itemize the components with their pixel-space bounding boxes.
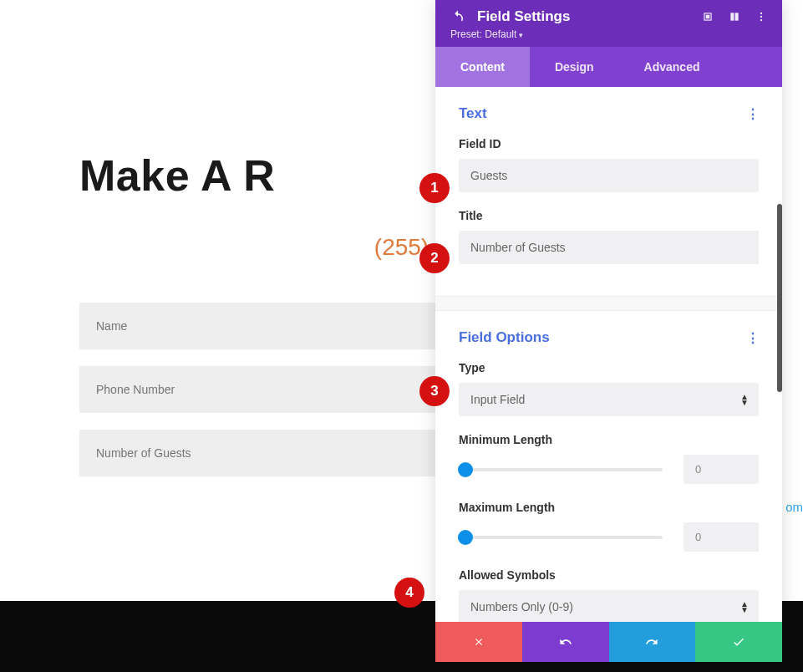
check-icon <box>732 635 745 649</box>
back-icon[interactable] <box>450 9 465 24</box>
tab-advanced[interactable]: Advanced <box>619 47 725 87</box>
scrollbar[interactable] <box>777 204 782 392</box>
close-icon <box>473 636 485 648</box>
field-id-label: Field ID <box>459 137 759 150</box>
svg-rect-2 <box>730 13 734 20</box>
annotation-badge-3: 3 <box>419 376 450 406</box>
type-label: Type <box>459 361 759 374</box>
settings-panel: Field Settings Preset: Default Content D… <box>435 0 782 662</box>
svg-point-6 <box>760 19 762 21</box>
slider-thumb[interactable] <box>458 530 473 545</box>
layout-icon[interactable] <box>729 11 740 23</box>
max-length-value[interactable] <box>684 522 759 552</box>
redo-button[interactable] <box>609 622 696 662</box>
symbols-select[interactable]: Numbers Only (0-9) <box>459 590 759 622</box>
text-section-title: Text <box>459 105 487 122</box>
panel-body: Text ⋮ Field ID Title Field Options ⋮ Ty… <box>435 87 782 622</box>
annotation-badge-4: 4 <box>394 578 424 608</box>
field-id-input[interactable] <box>459 159 759 192</box>
min-length-label: Minimum Length <box>459 433 759 446</box>
type-select[interactable]: Input Field <box>459 383 759 416</box>
tab-content[interactable]: Content <box>435 47 530 87</box>
annotation-badge-1: 1 <box>419 173 450 203</box>
annotation-badge-2: 2 <box>419 243 450 273</box>
truncated-link[interactable]: om <box>785 500 803 514</box>
svg-point-5 <box>760 16 762 18</box>
save-button[interactable] <box>695 622 782 662</box>
svg-rect-3 <box>735 13 739 20</box>
footer-actions <box>435 622 782 662</box>
undo-button[interactable] <box>522 622 609 662</box>
max-length-slider[interactable] <box>459 536 663 539</box>
panel-title: Field Settings <box>477 8 690 25</box>
slider-thumb[interactable] <box>458 462 473 477</box>
tab-design[interactable]: Design <box>530 47 619 87</box>
expand-icon[interactable] <box>702 11 714 23</box>
preset-dropdown[interactable]: Preset: Default <box>450 28 767 40</box>
section-divider <box>435 296 782 311</box>
min-length-value[interactable] <box>684 455 759 484</box>
redo-icon <box>645 635 658 649</box>
panel-header: Field Settings Preset: Default <box>435 0 782 47</box>
options-section-title: Field Options <box>459 329 550 346</box>
min-length-slider[interactable] <box>459 468 663 471</box>
undo-icon <box>559 635 572 649</box>
title-label: Title <box>459 209 759 222</box>
options-section-menu-icon[interactable]: ⋮ <box>746 330 759 346</box>
more-icon[interactable] <box>755 11 767 23</box>
text-section-menu-icon[interactable]: ⋮ <box>746 106 759 122</box>
cancel-button[interactable] <box>435 622 522 662</box>
field-options-section: Field Options ⋮ Type Input Field ▲▼ Mini… <box>435 311 782 622</box>
text-section: Text ⋮ Field ID Title <box>435 87 782 296</box>
tabs: Content Design Advanced <box>435 47 782 87</box>
svg-rect-1 <box>706 15 709 18</box>
title-input[interactable] <box>459 231 759 264</box>
max-length-label: Maximum Length <box>459 501 759 514</box>
svg-point-4 <box>760 13 762 14</box>
symbols-label: Allowed Symbols <box>459 568 759 582</box>
